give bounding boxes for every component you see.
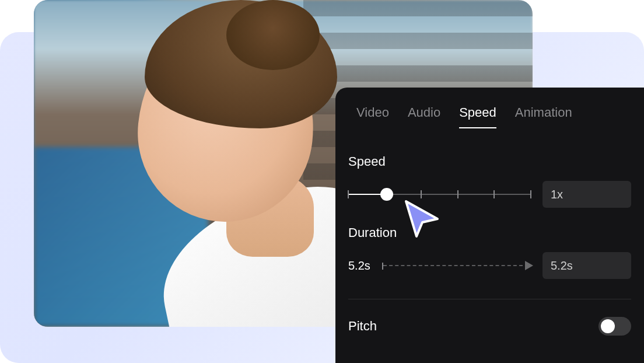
speed-slider[interactable] xyxy=(348,189,531,200)
panel-tabs: Video Audio Speed Animation xyxy=(335,105,644,137)
tab-speed[interactable]: Speed xyxy=(459,105,496,128)
pitch-toggle[interactable] xyxy=(598,317,631,336)
tab-audio[interactable]: Audio xyxy=(408,105,440,128)
speed-section: Speed 1x xyxy=(335,137,644,208)
pitch-label: Pitch xyxy=(348,319,377,334)
speed-value-input[interactable]: 1x xyxy=(542,181,631,208)
duration-section: Duration 5.2s 5.2s xyxy=(335,208,644,279)
speed-slider-thumb[interactable] xyxy=(380,188,393,201)
duration-current: 5.2s xyxy=(348,259,374,273)
tab-animation[interactable]: Animation xyxy=(515,105,572,128)
speed-label: Speed xyxy=(348,154,631,169)
duration-arrow-icon xyxy=(383,260,533,271)
duration-label: Duration xyxy=(348,225,631,240)
pitch-section: Pitch xyxy=(335,299,644,336)
duration-value-input[interactable]: 5.2s xyxy=(542,252,631,279)
tab-video[interactable]: Video xyxy=(356,105,389,128)
properties-panel: Video Audio Speed Animation Speed 1x Dur… xyxy=(335,88,644,363)
